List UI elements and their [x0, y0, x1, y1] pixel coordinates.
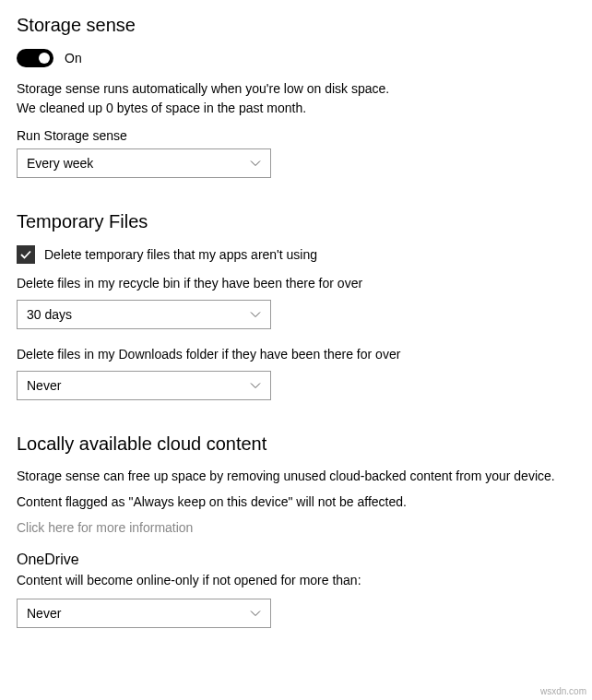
chevron-down-icon: [250, 608, 261, 619]
onedrive-heading: OneDrive: [17, 552, 577, 568]
checkmark-icon: [19, 248, 32, 261]
storage-sense-section: Storage sense On Storage sense runs auto…: [17, 15, 577, 178]
storage-sense-desc-2: We cleaned up 0 bytes of space in the pa…: [17, 100, 577, 117]
delete-temp-checkbox-row: Delete temporary files that my apps aren…: [17, 245, 577, 264]
toggle-state-label: On: [65, 51, 82, 65]
downloads-select[interactable]: Never: [17, 371, 271, 400]
run-frequency-value: Every week: [27, 156, 93, 171]
onedrive-select[interactable]: Never: [17, 599, 271, 628]
temporary-files-section: Temporary Files Delete temporary files t…: [17, 211, 577, 400]
cloud-desc-1: Storage sense can free up space by remov…: [17, 468, 577, 485]
recycle-bin-select[interactable]: 30 days: [17, 300, 271, 329]
chevron-down-icon: [250, 380, 261, 391]
recycle-bin-value: 30 days: [27, 307, 72, 322]
onedrive-value: Never: [27, 606, 61, 621]
storage-sense-desc-1: Storage sense runs automatically when yo…: [17, 80, 577, 98]
onedrive-desc: Content will become online-only if not o…: [17, 572, 577, 589]
cloud-heading: Locally available cloud content: [17, 433, 577, 455]
recycle-bin-label: Delete files in my recycle bin if they h…: [17, 275, 577, 292]
storage-sense-toggle-row: On: [17, 49, 577, 67]
more-info-link[interactable]: Click here for more information: [17, 520, 577, 535]
run-frequency-select[interactable]: Every week: [17, 148, 271, 178]
chevron-down-icon: [250, 309, 261, 320]
cloud-desc-2: Content flagged as "Always keep on this …: [17, 493, 577, 511]
cloud-content-section: Locally available cloud content Storage …: [17, 433, 577, 629]
run-storage-sense-label: Run Storage sense: [17, 128, 577, 143]
downloads-label: Delete files in my Downloads folder if t…: [17, 346, 577, 363]
storage-sense-heading: Storage sense: [17, 15, 577, 36]
delete-temp-label: Delete temporary files that my apps aren…: [44, 247, 317, 262]
toggle-knob-icon: [39, 53, 50, 64]
delete-temp-checkbox[interactable]: [17, 245, 35, 264]
temporary-files-heading: Temporary Files: [17, 211, 577, 232]
chevron-down-icon: [250, 158, 261, 169]
storage-sense-toggle[interactable]: [17, 49, 53, 67]
downloads-value: Never: [27, 378, 61, 393]
